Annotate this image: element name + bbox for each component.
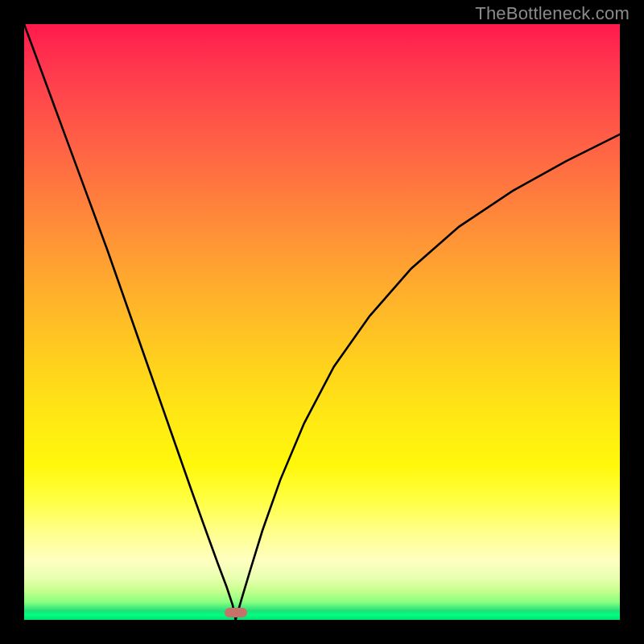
plot-area [24,24,620,620]
bottleneck-curve [24,24,620,620]
watermark-text: TheBottleneck.com [475,3,630,24]
optimum-marker [225,608,247,617]
curve-left-branch [24,24,236,620]
curve-right-branch [236,134,620,620]
chart-frame: TheBottleneck.com [0,0,644,644]
